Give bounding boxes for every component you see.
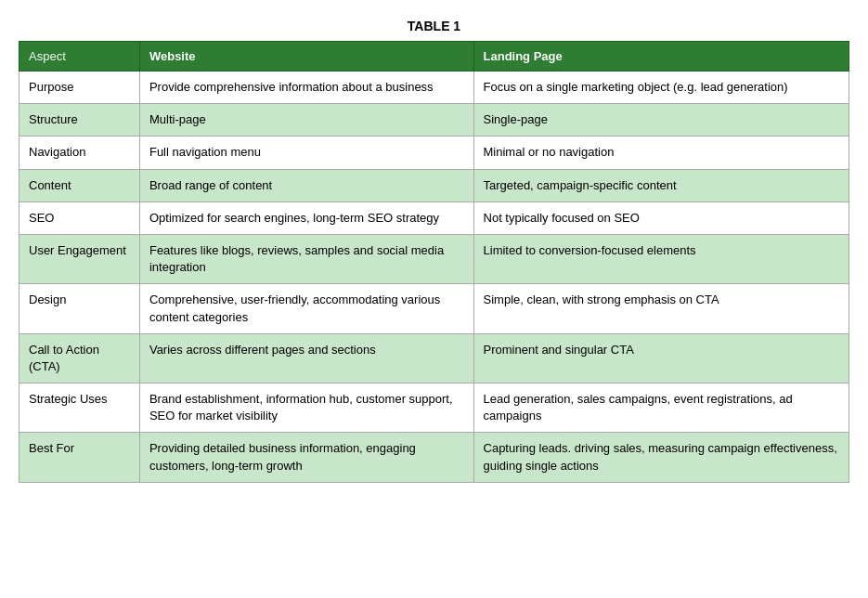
table-title: TABLE 1 bbox=[19, 19, 849, 33]
table-row: NavigationFull navigation menuMinimal or… bbox=[19, 136, 849, 169]
cell-website: Provide comprehensive information about … bbox=[139, 72, 473, 104]
cell-landing: Limited to conversion-focused elements bbox=[473, 234, 849, 283]
table-row: PurposeProvide comprehensive information… bbox=[19, 72, 849, 104]
header-aspect: Aspect bbox=[19, 42, 140, 72]
table-row: ContentBroad range of contentTargeted, c… bbox=[19, 169, 849, 202]
header-website: Website bbox=[139, 42, 473, 72]
cell-website: Broad range of content bbox=[139, 169, 473, 202]
cell-website: Varies across different pages and sectio… bbox=[139, 333, 473, 383]
cell-landing: Targeted, campaign-specific content bbox=[473, 169, 849, 202]
table-row: Call to Action (CTA)Varies across differ… bbox=[19, 333, 849, 383]
cell-website: Providing detailed business information,… bbox=[139, 433, 473, 482]
cell-landing: Capturing leads. driving sales, measurin… bbox=[473, 433, 849, 482]
table-row: Best ForProviding detailed business info… bbox=[19, 433, 849, 482]
comparison-table: Aspect Website Landing Page PurposeProvi… bbox=[19, 41, 849, 483]
cell-aspect: Best For bbox=[19, 433, 140, 482]
cell-aspect: Navigation bbox=[19, 136, 140, 169]
table-body: PurposeProvide comprehensive information… bbox=[19, 72, 849, 483]
table-row: SEOOptimized for search engines, long-te… bbox=[19, 202, 849, 234]
header-landing: Landing Page bbox=[473, 42, 849, 72]
cell-landing: Lead generation, sales campaigns, event … bbox=[473, 384, 849, 433]
table-row: DesignComprehensive, user-friendly, acco… bbox=[19, 284, 849, 333]
table-row: Strategic UsesBrand establishment, infor… bbox=[19, 384, 849, 433]
table-row: User EngagementFeatures like blogs, revi… bbox=[19, 234, 849, 283]
cell-aspect: Content bbox=[19, 169, 140, 202]
table-row: StructureMulti-pageSingle-page bbox=[19, 104, 849, 136]
cell-landing: Minimal or no navigation bbox=[473, 136, 849, 169]
cell-website: Features like blogs, reviews, samples an… bbox=[139, 234, 473, 283]
cell-website: Multi-page bbox=[139, 104, 473, 136]
table-header-row: Aspect Website Landing Page bbox=[19, 42, 849, 72]
cell-website: Optimized for search engines, long-term … bbox=[139, 202, 473, 234]
page-container: TABLE 1 Aspect Website Landing Page Purp… bbox=[19, 19, 849, 483]
cell-website: Comprehensive, user-friendly, accommodat… bbox=[139, 284, 473, 333]
cell-aspect: SEO bbox=[19, 202, 140, 234]
cell-aspect: Call to Action (CTA) bbox=[19, 333, 140, 383]
cell-aspect: Structure bbox=[19, 104, 140, 136]
cell-aspect: Design bbox=[19, 284, 140, 333]
cell-aspect: Strategic Uses bbox=[19, 384, 140, 433]
cell-website: Full navigation menu bbox=[139, 136, 473, 169]
cell-website: Brand establishment, information hub, cu… bbox=[139, 384, 473, 433]
cell-landing: Prominent and singular CTA bbox=[473, 333, 849, 383]
cell-landing: Not typically focused on SEO bbox=[473, 202, 849, 234]
cell-landing: Single-page bbox=[473, 104, 849, 136]
cell-landing: Focus on a single marketing object (e.g.… bbox=[473, 72, 849, 104]
cell-landing: Simple, clean, with strong emphasis on C… bbox=[473, 284, 849, 333]
cell-aspect: Purpose bbox=[19, 72, 140, 104]
cell-aspect: User Engagement bbox=[19, 234, 140, 283]
